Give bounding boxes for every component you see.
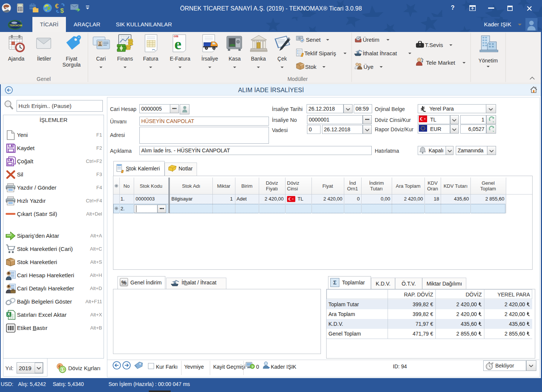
svg-text:$: $ — [60, 7, 64, 14]
svg-text:e: e — [174, 35, 182, 52]
svg-text:?: ? — [252, 365, 254, 369]
svg-text:TEKNOMA: TEKNOMA — [9, 24, 23, 27]
svg-text:€: € — [55, 3, 59, 10]
svg-text:X: X — [8, 312, 11, 316]
svg-text:$: $ — [61, 367, 64, 372]
